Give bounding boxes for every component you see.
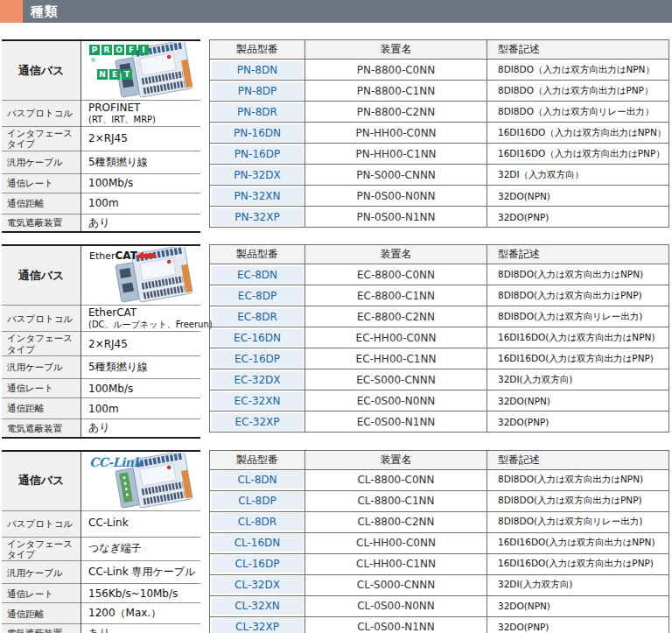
product-model-link[interactable]: EC-8DN	[210, 264, 305, 285]
column-header-desc: 型番記述	[487, 245, 669, 264]
spec-label-distance: 通信距離	[2, 603, 81, 624]
spec-label-cable: 汎用ケーブル	[2, 356, 81, 379]
device-name: EC-HH00-C0NN	[305, 327, 487, 348]
model-description: 16DI16DO（入力は双方向出力はPNP）	[487, 144, 669, 165]
product-model-link[interactable]: CL-32XN	[210, 595, 305, 616]
model-description: 32DO(PNP)	[487, 616, 669, 633]
product-row: EC-32XPEC-0S00-N1NN32DO(PNP)	[210, 411, 669, 433]
section-ethercat: 通信バス EtherCAT	[2, 244, 669, 438]
product-row: CL-8DNCL-8800-C0NN8DI8DO(入力は双方向出力はNPN)	[210, 469, 669, 490]
model-description: 8DI8DO(入力は双方向出力はNPN)	[487, 469, 669, 490]
profinet-letter-tile: O	[114, 45, 124, 55]
product-model-link[interactable]: EC-32XN	[210, 390, 305, 411]
product-model-link[interactable]: EC-32DX	[210, 369, 305, 390]
spec-label-protocol: バスプロトコル	[2, 306, 81, 332]
product-row: PN-8DNPN-8800-C0NN8DI8DO（入力は双方向出力はNPN）	[210, 60, 669, 81]
model-description: 32DI(入力双方向)	[487, 574, 669, 595]
model-description: 32DO(NPN)	[487, 186, 669, 207]
model-description: 32DI（入力双方向）	[487, 165, 669, 186]
column-header-desc: 型番記述	[487, 450, 669, 469]
device-name: CL-0S00-N0NN	[305, 595, 487, 616]
spec-value-protocol: PROFINET (RT、IRT、MRP)	[81, 101, 201, 127]
product-model-link[interactable]: EC-8DP	[210, 285, 305, 306]
product-row: EC-16DPEC-HH00-C1NN16DI16DO(入力は双方向出力はPNP…	[210, 348, 669, 369]
model-description: 32DO(NPN)	[487, 595, 669, 616]
spec-label-protocol: バスプロトコル	[2, 101, 81, 127]
spec-value-protocol: CC-Link	[81, 510, 201, 537]
section-profinet: 通信バス PROFI® NET	[2, 39, 669, 233]
product-model-link[interactable]: EC-8DR	[210, 306, 305, 327]
column-header-model: 製品型番	[210, 245, 305, 264]
column-header-device: 装置名	[305, 450, 487, 469]
product-row: PN-8DRPN-8800-C2NN8DI8DO（入力は双方向リレー出力）	[210, 102, 669, 123]
spec-label-bus: 通信バス	[2, 451, 81, 511]
profinet-letter-tile: E	[109, 69, 120, 80]
spec-label-interface: インタフェースタイプ	[2, 537, 81, 561]
profinet-letter-tile: I	[138, 45, 149, 55]
spec-label-rate: 通信レート	[2, 173, 81, 193]
product-model-link[interactable]: CL-32DX	[210, 574, 305, 595]
spec-table-ethercat: 通信バス EtherCAT	[2, 244, 200, 438]
spec-label-bus: 通信バス	[2, 245, 81, 306]
product-row: EC-32XNEC-0S00-N0NN32DO(NPN)	[210, 390, 669, 411]
product-model-link[interactable]: PN-8DP	[210, 81, 305, 102]
product-row: PN-32DXPN-S000-CNNN32DI（入力双方向）	[210, 165, 669, 186]
product-model-link[interactable]: EC-16DN	[210, 327, 305, 348]
section-cclink: 通信バス CC-Link	[2, 450, 669, 633]
product-model-link[interactable]: CL-8DN	[210, 469, 305, 490]
product-model-link[interactable]: EC-32XP	[210, 411, 305, 433]
profinet-logo: PROFI® NET	[89, 45, 149, 81]
device-name: EC-8800-C1NN	[305, 285, 487, 306]
spec-table-profinet: 通信バス PROFI® NET	[2, 39, 200, 233]
model-description: 32DO(NPN)	[487, 390, 669, 411]
product-model-link[interactable]: CL-8DP	[210, 490, 305, 511]
product-row: EC-16DNEC-HH00-C0NN16DI16DO(入力は双方向出力はNPN…	[210, 327, 669, 348]
product-row: EC-8DNEC-8800-C0NN8DI8DO(入力は双方向出力はNPN)	[210, 264, 669, 285]
device-name: EC-0S00-N0NN	[305, 390, 487, 411]
product-row: EC-8DPEC-8800-C1NN8DI8DO(入力は双方向出力はPNP)	[210, 285, 669, 306]
product-model-link[interactable]: CL-16DN	[210, 532, 305, 553]
product-model-link[interactable]: PN-16DP	[210, 144, 305, 165]
product-model-link[interactable]: CL-32XP	[210, 616, 305, 633]
spec-value-shield: あり	[81, 214, 201, 232]
page-header: 種類	[0, 0, 672, 23]
model-description: 8DI8DO（入力は双方向リレー出力）	[487, 102, 669, 123]
cclink-logo: CC-Link	[89, 455, 142, 469]
product-model-link[interactable]: CL-16DP	[210, 553, 305, 574]
product-row: PN-16DNPN-HH00-C0NN16DI16DO（入力は双方向出力はNPN…	[210, 123, 669, 144]
profinet-letter-tile: F	[126, 45, 136, 55]
spec-label-shield: 電気遮蔽装置	[2, 419, 81, 438]
header-accent-square	[0, 0, 23, 23]
product-row: PN-8DPPN-8800-C1NN8DI8DO（入力は双方向出力はPNP）	[210, 81, 669, 102]
registered-mark: ®	[90, 57, 96, 64]
device-name: PN-HH00-C0NN	[305, 123, 487, 144]
product-row: CL-8DRCL-8800-C2NN8DI8DO(入力は双方向リレー出力)	[210, 511, 669, 532]
product-model-link[interactable]: PN-32XP	[210, 207, 305, 228]
bus-media: PROFI® NET	[88, 42, 199, 99]
product-model-link[interactable]: PN-8DN	[210, 60, 305, 81]
spec-value-protocol: EtherCAT (DC、ループネット、Freerun)	[81, 306, 201, 332]
spec-value-interface: 2×RJ45	[81, 332, 201, 356]
product-table-header-row: 製品型番 装置名 型番記述	[210, 450, 669, 469]
device-name: CL-8800-C1NN	[305, 490, 487, 511]
column-header-model: 製品型番	[210, 450, 305, 469]
product-model-link[interactable]: EC-16DP	[210, 348, 305, 369]
model-description: 8DI8DO（入力は双方向出力はNPN）	[487, 60, 669, 81]
device-name: PN-0S00-N1NN	[305, 207, 487, 228]
product-model-link[interactable]: PN-8DR	[210, 102, 305, 123]
device-name: CL-HH00-C1NN	[305, 553, 487, 574]
device-name: PN-HH00-C1NN	[305, 144, 487, 165]
profinet-letter-tile: N	[97, 69, 108, 80]
spec-label-cable: 汎用ケーブル	[2, 151, 81, 173]
product-row: CL-32XNCL-0S00-N0NN32DO(NPN)	[210, 595, 669, 616]
spec-label-cable: 汎用ケーブル	[2, 561, 81, 584]
column-header-model: 製品型番	[210, 40, 305, 60]
product-table-profinet: 製品型番 装置名 型番記述 PN-8DNPN-8800-C0NN8DI8DO（入…	[209, 39, 669, 228]
product-model-link[interactable]: PN-32DX	[210, 165, 305, 186]
device-name: CL-8800-C2NN	[305, 511, 487, 532]
product-model-link[interactable]: PN-32XN	[210, 186, 305, 207]
product-model-link[interactable]: CL-8DR	[210, 511, 305, 532]
column-header-device: 装置名	[305, 40, 487, 60]
product-model-link[interactable]: PN-16DN	[210, 123, 305, 144]
device-name: PN-0S00-N0NN	[305, 186, 487, 207]
